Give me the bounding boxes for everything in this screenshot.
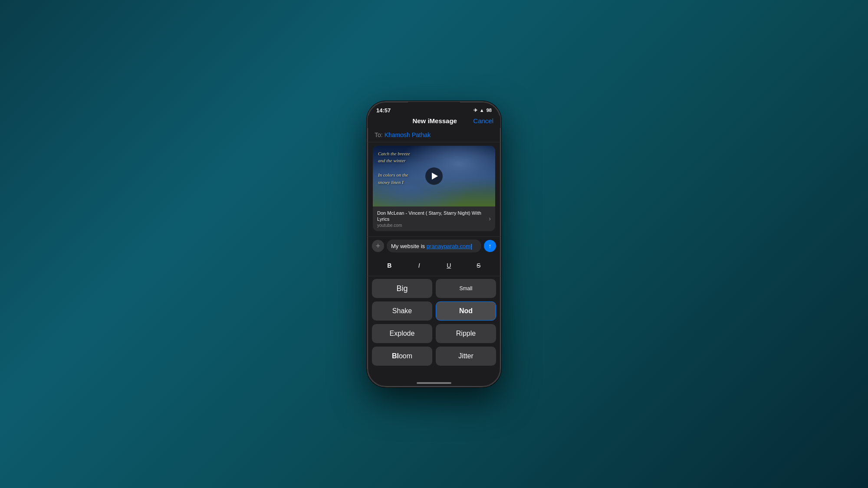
wifi-icon: ▲ <box>480 108 484 113</box>
small-effect-button[interactable]: Small <box>436 279 496 298</box>
small-label: Small <box>459 285 472 291</box>
to-field: To: Khamosh Pathak <box>368 128 500 142</box>
message-input[interactable]: My website is pranayparab.com <box>387 239 481 252</box>
to-label: To: <box>375 131 383 138</box>
battery-indicator: 98 <box>487 108 492 113</box>
recipient-contact[interactable]: Khamosh Pathak <box>385 131 431 138</box>
plus-icon: + <box>376 242 381 250</box>
status-icons: ✈ ▲ 98 <box>473 108 492 113</box>
home-indicator <box>417 382 451 384</box>
input-text-before: My website is pranayparab.com <box>391 243 472 249</box>
send-icon: ↑ <box>489 242 492 249</box>
link-title: Don McLean - Vincent ( Starry, Starry Ni… <box>377 210 489 223</box>
jitter-effect-button[interactable]: Jitter <box>436 347 496 366</box>
link-card[interactable]: Catch the breezeand the winterIn colors … <box>373 146 495 232</box>
ripple-label: Ripple <box>456 330 476 337</box>
nod-label: Nod <box>459 307 473 315</box>
play-icon <box>432 173 438 180</box>
link-thumbnail: Catch the breezeand the winterIn colors … <box>373 146 495 206</box>
link-domain: youtube.com <box>377 223 489 228</box>
big-label: Big <box>396 284 408 293</box>
input-row: + My website is pranayparab.com ↑ <box>368 236 500 255</box>
add-button[interactable]: + <box>372 240 384 252</box>
input-link-text: pranayparab.com <box>427 243 470 249</box>
chevron-right-icon: › <box>489 215 491 222</box>
airplane-icon: ✈ <box>473 108 477 113</box>
ripple-effect-button[interactable]: Ripple <box>436 324 496 343</box>
bloom-effect-button[interactable]: Bloom <box>372 347 432 366</box>
phone-notch <box>408 102 460 112</box>
jitter-label: Jitter <box>458 352 473 360</box>
nav-title: New iMessage <box>412 117 457 124</box>
shake-effect-button[interactable]: Shake <box>372 301 432 321</box>
phone: 14:57 ✈ ▲ 98 New iMessage Cancel To: Kha… <box>367 101 501 387</box>
send-button[interactable]: ↑ <box>484 240 496 252</box>
effects-grid: Big Small Shake Nod Explode Ripple Bloom… <box>368 276 500 368</box>
link-info: Don McLean - Vincent ( Starry, Starry Ni… <box>373 206 495 232</box>
status-time: 14:57 <box>376 107 391 114</box>
link-info-text: Don McLean - Vincent ( Starry, Starry Ni… <box>377 210 489 228</box>
italic-button[interactable]: I <box>411 259 427 272</box>
explode-label: Explode <box>390 330 415 337</box>
nav-bar: New iMessage Cancel <box>368 115 500 128</box>
explode-effect-button[interactable]: Explode <box>372 324 432 343</box>
bloom-label: Bloom <box>392 352 412 360</box>
shake-label: Shake <box>392 307 412 315</box>
big-effect-button[interactable]: Big <box>372 279 432 298</box>
text-cursor <box>471 244 472 250</box>
underline-button[interactable]: U <box>441 259 457 272</box>
nod-effect-button[interactable]: Nod <box>436 301 496 321</box>
cancel-button[interactable]: Cancel <box>473 117 493 124</box>
play-button[interactable] <box>425 167 443 185</box>
format-toolbar: B I U S <box>368 255 500 276</box>
bold-button[interactable]: B <box>381 259 397 272</box>
strikethrough-button[interactable]: S <box>471 259 487 272</box>
